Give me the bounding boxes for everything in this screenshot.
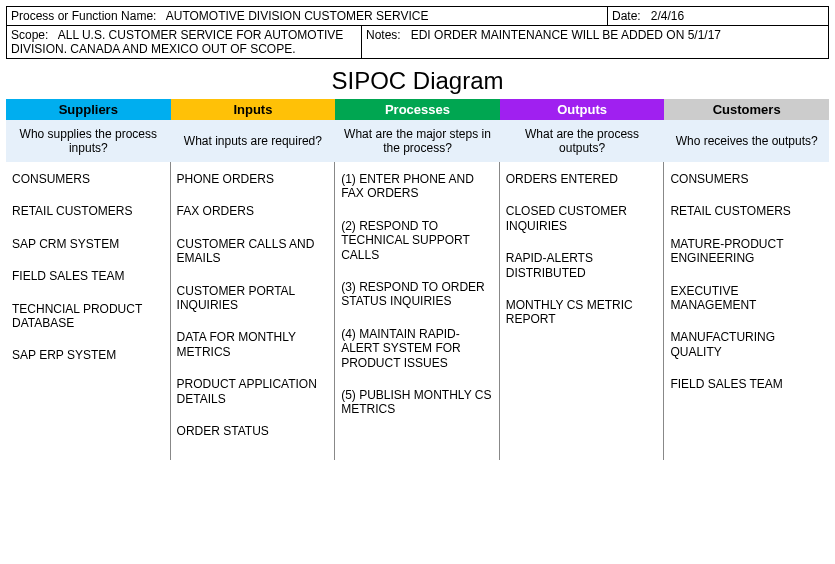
list-item: TECHNCIAL PRODUCT DATABASE [12, 302, 164, 331]
list-item: EXECUTIVE MANAGEMENT [670, 284, 823, 313]
notes-label: Notes: [366, 28, 401, 42]
notes-value: EDI ORDER MAINTENANCE WILL BE ADDED ON 5… [411, 28, 721, 42]
list-item: CONSUMERS [670, 172, 823, 186]
scope-label: Scope: [11, 28, 48, 42]
date-label: Date: [612, 9, 641, 23]
processes-header: Processes [335, 99, 500, 120]
process-name-value: AUTOMOTIVE DIVISION CUSTOMER SERVICE [166, 9, 429, 23]
outputs-column: Outputs What are the process outputs? OR… [500, 99, 665, 460]
customers-header: Customers [664, 99, 829, 120]
list-item: CLOSED CUSTOMER INQUIRIES [506, 204, 658, 233]
list-item: FIELD SALES TEAM [12, 269, 164, 283]
list-item: DATA FOR MONTHLY METRICS [177, 330, 329, 359]
outputs-question: What are the process outputs? [500, 120, 665, 162]
list-item: SAP CRM SYSTEM [12, 237, 164, 251]
outputs-header: Outputs [500, 99, 665, 120]
processes-column: Processes What are the major steps in th… [335, 99, 500, 460]
list-item: (5) PUBLISH MONTHLY CS METRICS [341, 388, 493, 417]
list-item: MONTHLY CS METRIC REPORT [506, 298, 658, 327]
list-item: FIELD SALES TEAM [670, 377, 823, 391]
inputs-body: PHONE ORDERS FAX ORDERS CUSTOMER CALLS A… [171, 162, 336, 460]
list-item: RETAIL CUSTOMERS [12, 204, 164, 218]
process-name-label: Process or Function Name: [11, 9, 156, 23]
list-item: (3) RESPOND TO ORDER STATUS INQUIRIES [341, 280, 493, 309]
list-item: (4) MAINTAIN RAPID-ALERT SYSTEM FOR PROD… [341, 327, 493, 370]
list-item: ORDER STATUS [177, 424, 329, 438]
list-item: RETAIL CUSTOMERS [670, 204, 823, 218]
process-name-cell: Process or Function Name: AUTOMOTIVE DIV… [7, 7, 608, 25]
inputs-question: What inputs are required? [171, 120, 336, 162]
list-item: RAPID-ALERTS DISTRIBUTED [506, 251, 658, 280]
header-row-2: Scope: ALL U.S. CUSTOMER SERVICE FOR AUT… [6, 26, 829, 59]
processes-body: (1) ENTER PHONE AND FAX ORDERS (2) RESPO… [335, 162, 500, 460]
list-item: CUSTOMER CALLS AND EMAILS [177, 237, 329, 266]
list-item: MANUFACTURING QUALITY [670, 330, 823, 359]
suppliers-body: CONSUMERS RETAIL CUSTOMERS SAP CRM SYSTE… [6, 162, 171, 460]
customers-question: Who receives the outputs? [664, 120, 829, 162]
scope-cell: Scope: ALL U.S. CUSTOMER SERVICE FOR AUT… [7, 26, 362, 58]
date-value: 2/4/16 [651, 9, 684, 23]
list-item: CONSUMERS [12, 172, 164, 186]
suppliers-header: Suppliers [6, 99, 171, 120]
notes-cell: Notes: EDI ORDER MAINTENANCE WILL BE ADD… [362, 26, 828, 58]
suppliers-question: Who supplies the process inputs? [6, 120, 171, 162]
list-item: (1) ENTER PHONE AND FAX ORDERS [341, 172, 493, 201]
processes-question: What are the major steps in the process? [335, 120, 500, 162]
customers-column: Customers Who receives the outputs? CONS… [664, 99, 829, 460]
list-item: MATURE-PRODUCT ENGINEERING [670, 237, 823, 266]
date-cell: Date: 2/4/16 [608, 7, 828, 25]
inputs-header: Inputs [171, 99, 336, 120]
list-item: PHONE ORDERS [177, 172, 329, 186]
scope-value: ALL U.S. CUSTOMER SERVICE FOR AUTOMOTIVE… [11, 28, 343, 56]
list-item: SAP ERP SYSTEM [12, 348, 164, 362]
header-row-1: Process or Function Name: AUTOMOTIVE DIV… [6, 6, 829, 26]
list-item: FAX ORDERS [177, 204, 329, 218]
inputs-column: Inputs What inputs are required? PHONE O… [171, 99, 336, 460]
list-item: CUSTOMER PORTAL INQUIRIES [177, 284, 329, 313]
outputs-body: ORDERS ENTERED CLOSED CUSTOMER INQUIRIES… [500, 162, 665, 460]
customers-body: CONSUMERS RETAIL CUSTOMERS MATURE-PRODUC… [664, 162, 829, 460]
diagram-title: SIPOC Diagram [6, 59, 829, 99]
list-item: ORDERS ENTERED [506, 172, 658, 186]
suppliers-column: Suppliers Who supplies the process input… [6, 99, 171, 460]
sipoc-columns: Suppliers Who supplies the process input… [6, 99, 829, 460]
list-item: (2) RESPOND TO TECHNICAL SUPPORT CALLS [341, 219, 493, 262]
list-item: PRODUCT APPLICATION DETAILS [177, 377, 329, 406]
